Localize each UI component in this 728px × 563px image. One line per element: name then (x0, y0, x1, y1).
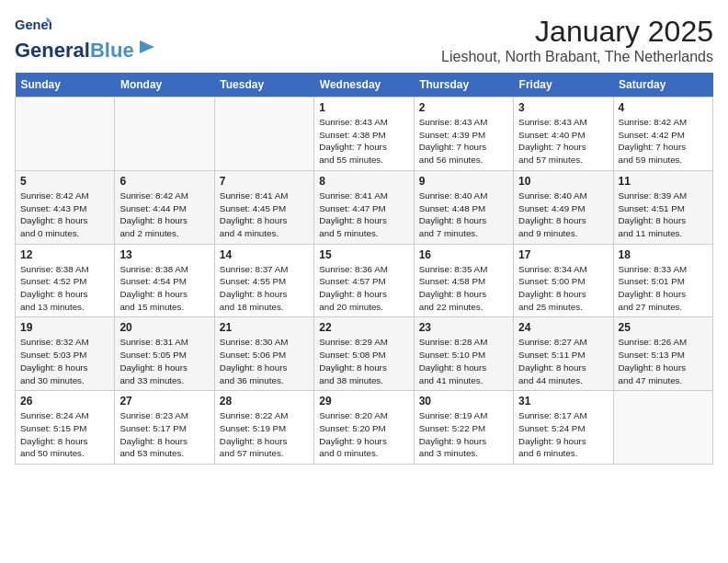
svg-text:General: General (15, 17, 51, 32)
calendar-cell: 22Sunrise: 8:29 AM Sunset: 5:08 PM Dayli… (314, 317, 414, 391)
day-info: Sunrise: 8:40 AM Sunset: 4:49 PM Dayligh… (518, 190, 608, 240)
day-number: 16 (419, 248, 508, 261)
day-info: Sunrise: 8:32 AM Sunset: 5:03 PM Dayligh… (20, 336, 109, 386)
day-number: 12 (20, 248, 109, 261)
day-number: 24 (518, 321, 608, 334)
day-info: Sunrise: 8:22 AM Sunset: 5:19 PM Dayligh… (220, 409, 309, 460)
day-number: 4 (619, 101, 708, 114)
calendar-table: SundayMondayTuesdayWednesdayThursdayFrid… (15, 73, 713, 465)
calendar-col-header: Wednesday (314, 73, 414, 98)
day-number: 8 (319, 175, 408, 188)
day-info: Sunrise: 8:39 AM Sunset: 4:51 PM Dayligh… (619, 190, 708, 240)
day-number: 31 (518, 395, 608, 408)
logo-arrow-icon (136, 37, 156, 57)
calendar-cell: 20Sunrise: 8:31 AM Sunset: 5:05 PM Dayli… (115, 317, 214, 391)
calendar-cell: 13Sunrise: 8:38 AM Sunset: 4:54 PM Dayli… (115, 244, 214, 317)
calendar-cell (214, 98, 313, 171)
logo-general: General (15, 39, 90, 63)
day-info: Sunrise: 8:36 AM Sunset: 4:57 PM Dayligh… (319, 263, 408, 314)
calendar-cell: 1Sunrise: 8:43 AM Sunset: 4:38 PM Daylig… (314, 98, 414, 171)
day-number: 10 (518, 175, 608, 188)
calendar-cell: 11Sunrise: 8:39 AM Sunset: 4:51 PM Dayli… (613, 170, 712, 244)
day-number: 9 (419, 175, 508, 188)
logo-blue: Blue (90, 39, 134, 63)
calendar-cell: 7Sunrise: 8:41 AM Sunset: 4:45 PM Daylig… (214, 170, 313, 244)
calendar-col-header: Saturday (613, 73, 712, 98)
calendar-cell: 24Sunrise: 8:27 AM Sunset: 5:11 PM Dayli… (514, 317, 613, 391)
calendar-cell: 6Sunrise: 8:42 AM Sunset: 4:44 PM Daylig… (115, 170, 214, 244)
calendar-col-header: Thursday (414, 73, 513, 98)
calendar-cell: 21Sunrise: 8:30 AM Sunset: 5:06 PM Dayli… (214, 317, 313, 391)
page-subtitle: Lieshout, North Brabant, The Netherlands (441, 49, 713, 65)
day-info: Sunrise: 8:43 AM Sunset: 4:39 PM Dayligh… (419, 116, 508, 167)
day-number: 18 (619, 248, 708, 261)
page-title: January 2025 (441, 15, 713, 49)
calendar-cell: 17Sunrise: 8:34 AM Sunset: 5:00 PM Dayli… (514, 244, 613, 317)
day-number: 21 (220, 321, 309, 334)
calendar-cell: 29Sunrise: 8:20 AM Sunset: 5:20 PM Dayli… (314, 391, 414, 465)
day-info: Sunrise: 8:38 AM Sunset: 4:52 PM Dayligh… (20, 263, 109, 314)
calendar-cell: 12Sunrise: 8:38 AM Sunset: 4:52 PM Dayli… (16, 244, 115, 317)
day-info: Sunrise: 8:41 AM Sunset: 4:47 PM Dayligh… (319, 190, 408, 240)
day-info: Sunrise: 8:40 AM Sunset: 4:48 PM Dayligh… (419, 190, 508, 240)
day-info: Sunrise: 8:38 AM Sunset: 4:54 PM Dayligh… (119, 263, 209, 314)
calendar-col-header: Sunday (16, 73, 115, 98)
svg-marker-2 (140, 40, 154, 53)
calendar-cell: 14Sunrise: 8:37 AM Sunset: 4:55 PM Dayli… (214, 244, 313, 317)
day-number: 7 (220, 175, 309, 188)
day-info: Sunrise: 8:27 AM Sunset: 5:11 PM Dayligh… (518, 336, 608, 386)
calendar-cell (16, 98, 115, 171)
day-info: Sunrise: 8:17 AM Sunset: 5:24 PM Dayligh… (518, 409, 608, 460)
calendar-cell: 25Sunrise: 8:26 AM Sunset: 5:13 PM Dayli… (613, 317, 712, 391)
calendar-cell: 9Sunrise: 8:40 AM Sunset: 4:48 PM Daylig… (414, 170, 513, 244)
day-info: Sunrise: 8:35 AM Sunset: 4:58 PM Dayligh… (419, 263, 508, 314)
day-info: Sunrise: 8:43 AM Sunset: 4:40 PM Dayligh… (518, 116, 608, 167)
day-info: Sunrise: 8:31 AM Sunset: 5:05 PM Dayligh… (119, 336, 209, 386)
day-number: 29 (319, 395, 408, 408)
day-info: Sunrise: 8:28 AM Sunset: 5:10 PM Dayligh… (419, 336, 508, 386)
title-block: January 2025 Lieshout, North Brabant, Th… (441, 15, 713, 65)
calendar-cell: 2Sunrise: 8:43 AM Sunset: 4:39 PM Daylig… (414, 98, 513, 171)
calendar-week-row: 19Sunrise: 8:32 AM Sunset: 5:03 PM Dayli… (16, 317, 713, 391)
calendar-cell: 3Sunrise: 8:43 AM Sunset: 4:40 PM Daylig… (514, 98, 613, 171)
day-info: Sunrise: 8:34 AM Sunset: 5:00 PM Dayligh… (518, 263, 608, 314)
day-number: 19 (20, 321, 109, 334)
day-number: 13 (119, 248, 209, 261)
calendar-header-row: SundayMondayTuesdayWednesdayThursdayFrid… (16, 73, 713, 98)
day-number: 14 (220, 248, 309, 261)
calendar-week-row: 26Sunrise: 8:24 AM Sunset: 5:15 PM Dayli… (16, 391, 713, 465)
calendar-cell (115, 98, 214, 171)
calendar-cell: 4Sunrise: 8:42 AM Sunset: 4:42 PM Daylig… (613, 98, 712, 171)
day-number: 15 (319, 248, 408, 261)
day-number: 28 (220, 395, 309, 408)
day-number: 26 (20, 395, 109, 408)
calendar-cell: 23Sunrise: 8:28 AM Sunset: 5:10 PM Dayli… (414, 317, 513, 391)
calendar-cell: 16Sunrise: 8:35 AM Sunset: 4:58 PM Dayli… (414, 244, 513, 317)
logo: General General Blue (15, 15, 156, 63)
calendar-cell: 26Sunrise: 8:24 AM Sunset: 5:15 PM Dayli… (16, 391, 115, 465)
day-info: Sunrise: 8:30 AM Sunset: 5:06 PM Dayligh… (220, 336, 309, 386)
calendar-col-header: Friday (514, 73, 613, 98)
day-info: Sunrise: 8:42 AM Sunset: 4:42 PM Dayligh… (619, 116, 708, 167)
day-number: 6 (119, 175, 209, 188)
calendar-col-header: Monday (115, 73, 214, 98)
day-info: Sunrise: 8:33 AM Sunset: 5:01 PM Dayligh… (619, 263, 708, 314)
day-info: Sunrise: 8:42 AM Sunset: 4:43 PM Dayligh… (20, 190, 109, 240)
calendar-cell: 5Sunrise: 8:42 AM Sunset: 4:43 PM Daylig… (16, 170, 115, 244)
day-info: Sunrise: 8:37 AM Sunset: 4:55 PM Dayligh… (220, 263, 309, 314)
day-info: Sunrise: 8:23 AM Sunset: 5:17 PM Dayligh… (119, 409, 209, 460)
calendar-week-row: 5Sunrise: 8:42 AM Sunset: 4:43 PM Daylig… (16, 170, 713, 244)
day-number: 23 (419, 321, 508, 334)
logo-icon: General (15, 15, 51, 35)
day-info: Sunrise: 8:26 AM Sunset: 5:13 PM Dayligh… (619, 336, 708, 386)
day-info: Sunrise: 8:41 AM Sunset: 4:45 PM Dayligh… (220, 190, 309, 240)
calendar-cell: 10Sunrise: 8:40 AM Sunset: 4:49 PM Dayli… (514, 170, 613, 244)
day-number: 22 (319, 321, 408, 334)
calendar-cell: 30Sunrise: 8:19 AM Sunset: 5:22 PM Dayli… (414, 391, 513, 465)
day-number: 1 (319, 101, 408, 114)
day-info: Sunrise: 8:43 AM Sunset: 4:38 PM Dayligh… (319, 116, 408, 167)
calendar-week-row: 12Sunrise: 8:38 AM Sunset: 4:52 PM Dayli… (16, 244, 713, 317)
day-number: 20 (119, 321, 209, 334)
calendar-cell: 19Sunrise: 8:32 AM Sunset: 5:03 PM Dayli… (16, 317, 115, 391)
calendar-cell: 18Sunrise: 8:33 AM Sunset: 5:01 PM Dayli… (613, 244, 712, 317)
